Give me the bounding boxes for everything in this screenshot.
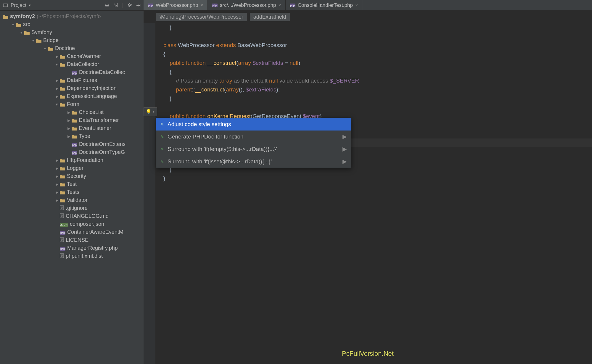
expand-arrow-icon[interactable]: [54, 78, 59, 83]
close-icon[interactable]: ×: [200, 3, 203, 8]
code-line[interactable]: parent::__construct(array(), $extraField…: [157, 85, 592, 94]
editor-tab[interactable]: phpConsoleHandlerTest.php×: [286, 0, 363, 10]
breadcrumb-item[interactable]: addExtraField: [250, 13, 290, 21]
tree-root[interactable]: symfony2 (~/PhpstormProjects/symfo: [0, 12, 144, 20]
tree-item[interactable]: Bridge: [0, 36, 144, 44]
expand-arrow-icon[interactable]: [19, 30, 24, 35]
tree-item[interactable]: phpDoctrineDataCollec: [0, 68, 144, 76]
breadcrumb-item[interactable]: \Monolog\Processor\WebProcessor: [156, 13, 247, 21]
tree-item[interactable]: Security: [0, 172, 144, 180]
expand-arrow-icon[interactable]: [54, 102, 59, 107]
tree-item[interactable]: DataCollector: [0, 60, 144, 68]
expand-arrow-icon[interactable]: [54, 190, 59, 194]
folder-icon: [24, 29, 30, 36]
intention-menu-item[interactable]: ✎Surround with 'if(!empty($this->...rDat…: [156, 143, 351, 155]
tree-item[interactable]: JSONcomposer.json: [0, 220, 144, 228]
expand-arrow-icon[interactable]: [54, 174, 59, 178]
tab-label: WebProcessor.php: [156, 2, 198, 8]
php-file-icon: php: [60, 231, 65, 235]
tab-label: ConsoleHandlerTest.php: [298, 2, 353, 8]
tree-item[interactable]: Type: [0, 132, 144, 140]
editor-tab[interactable]: phpsrc/.../WebProcessor.php×: [208, 0, 286, 10]
project-tree[interactable]: symfony2 (~/PhpstormProjects/symfo srcSy…: [0, 11, 144, 364]
tree-item[interactable]: DataTransformer: [0, 116, 144, 124]
code-line[interactable]: }: [157, 23, 592, 32]
tree-item-label: DoctrineOrmExtens: [79, 141, 126, 147]
tree-item[interactable]: Doctrine: [0, 44, 144, 52]
tree-item[interactable]: phpunit.xml.dist: [0, 252, 144, 260]
tree-item[interactable]: EventListener: [0, 124, 144, 132]
expand-arrow-icon[interactable]: [54, 54, 59, 59]
submenu-arrow-icon: ▶: [342, 145, 347, 154]
expand-arrow-icon[interactable]: [54, 166, 59, 170]
expand-arrow-icon[interactable]: [54, 62, 59, 67]
tree-item[interactable]: Form: [0, 100, 144, 108]
tree-item[interactable]: Symfony: [0, 28, 144, 36]
expand-arrow-icon[interactable]: [54, 182, 59, 186]
tree-item[interactable]: phpContainerAwareEventM: [0, 228, 144, 236]
tree-item[interactable]: .gitignore: [0, 204, 144, 212]
tree-item-label: composer.json: [70, 221, 104, 227]
tree-item[interactable]: Tests: [0, 188, 144, 196]
tree-item[interactable]: Logger: [0, 164, 144, 172]
code-editor[interactable]: } class WebProcessor extends BaseWebProc…: [144, 23, 592, 364]
tree-item[interactable]: Test: [0, 180, 144, 188]
tree-item[interactable]: Validator: [0, 196, 144, 204]
code-line[interactable]: class WebProcessor extends BaseWebProces…: [157, 41, 592, 50]
expand-arrow-icon[interactable]: [54, 198, 59, 202]
tree-item[interactable]: phpManagerRegistry.php: [0, 244, 144, 252]
gear-icon[interactable]: ✻: [128, 2, 132, 9]
folder-icon: [72, 133, 77, 139]
code-line[interactable]: {: [157, 50, 592, 59]
folder-icon: [60, 77, 65, 83]
tree-item[interactable]: ExpressionLanguage: [0, 92, 144, 100]
code-line[interactable]: // Pass an empty array as the default nu…: [157, 76, 592, 85]
tree-item[interactable]: ChoiceList: [0, 108, 144, 116]
tree-item[interactable]: DependencyInjection: [0, 84, 144, 92]
code-line[interactable]: {: [157, 67, 592, 76]
code-line[interactable]: public function __construct(array $extra…: [157, 59, 592, 67]
expand-arrow-icon[interactable]: [66, 118, 71, 123]
expand-arrow-icon[interactable]: [11, 22, 15, 27]
close-icon[interactable]: ×: [355, 3, 358, 8]
intention-menu-item[interactable]: ✎Adjust code style settings: [156, 118, 351, 131]
expand-arrow-icon[interactable]: [43, 46, 47, 51]
code-line[interactable]: [157, 32, 592, 41]
expand-arrow-icon[interactable]: [66, 134, 71, 138]
intention-bulb[interactable]: 💡 ▼: [144, 107, 157, 116]
code-line[interactable]: [157, 103, 592, 112]
code-line[interactable]: }: [157, 94, 592, 103]
editor-tab[interactable]: phpWebProcessor.php×: [144, 0, 208, 10]
expand-arrow-icon[interactable]: [66, 126, 71, 131]
code-line[interactable]: }: [157, 174, 592, 183]
tree-item[interactable]: src: [0, 20, 144, 28]
project-label: Project: [11, 2, 26, 8]
project-dropdown[interactable]: Project ▼: [11, 2, 31, 8]
collapse-icon[interactable]: ⇲: [113, 2, 118, 9]
tree-item[interactable]: CacheWarmer: [0, 52, 144, 60]
intention-menu-item[interactable]: ✎Generate PHPDoc for function▶: [156, 131, 351, 143]
tree-item[interactable]: CHANGELOG.md: [0, 212, 144, 220]
tree-item-label: DoctrineDataCollec: [79, 69, 125, 75]
tree-item[interactable]: HttpFoundation: [0, 156, 144, 164]
php-file-icon: php: [60, 247, 65, 251]
expand-arrow-icon[interactable]: [31, 38, 36, 43]
sidebar-toolbar: Project ▼ ⊕ ⇲ | ✻ ⇥: [0, 0, 144, 11]
svg-rect-0: [3, 4, 7, 7]
expand-arrow-icon[interactable]: [54, 158, 59, 162]
target-icon[interactable]: ⊕: [105, 2, 109, 9]
tree-item[interactable]: DataFixtures: [0, 76, 144, 84]
expand-arrow-icon[interactable]: [54, 86, 59, 91]
submenu-arrow-icon: ▶: [342, 157, 347, 166]
close-icon[interactable]: ×: [278, 3, 281, 8]
tree-item[interactable]: phpDoctrineOrmExtens: [0, 140, 144, 148]
expand-arrow-icon[interactable]: [54, 94, 59, 99]
intention-menu-item[interactable]: ✎Surround with 'if(isset($this->...rData…: [156, 155, 351, 168]
folder-icon: [60, 85, 65, 91]
expand-arrow-icon[interactable]: [66, 110, 71, 115]
tree-item[interactable]: phpDoctrineOrmTypeG: [0, 148, 144, 156]
editor-tabs: phpWebProcessor.php×phpsrc/.../WebProces…: [144, 0, 592, 11]
hide-icon[interactable]: ⇥: [136, 2, 141, 9]
tree-item-label: ManagerRegistry.php: [67, 245, 118, 251]
tree-item[interactable]: LICENSE: [0, 236, 144, 244]
